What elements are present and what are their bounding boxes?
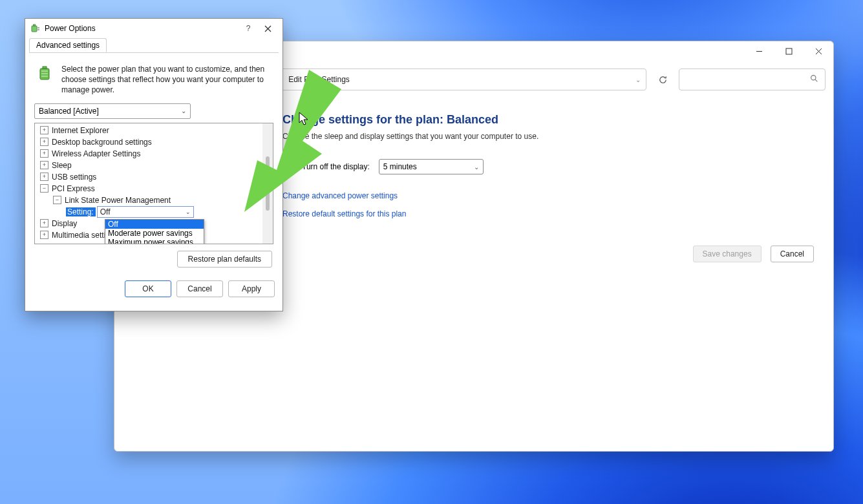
expand-icon[interactable]: + [40,231,48,239]
tab-advanced-settings[interactable]: Advanced settings [29,38,107,52]
tree-item-link-state[interactable]: −Link State Power Management [35,194,273,206]
expand-icon[interactable]: + [40,219,48,227]
display-timeout-value: 5 minutes [383,162,417,171]
power-plan-value: Balanced [Active] [39,107,99,116]
display-timeout-row: Turn off the display: 5 minutes ⌄ [282,159,807,174]
help-button[interactable]: ? [239,21,258,36]
svg-point-4 [811,76,816,80]
cancel-button[interactable]: Cancel [771,246,814,262]
tree-item-internet-explorer[interactable]: +Internet Explorer [35,125,273,136]
svg-rect-12 [40,68,49,79]
tab-underline [29,52,279,54]
battery-plug-icon [30,23,41,34]
tree-item-usb[interactable]: +USB settings [35,171,273,183]
dropdown-option-off[interactable]: Off [105,220,204,229]
breadcrumb-item-edit-plan[interactable]: Edit Plan Settings [288,75,350,84]
chevron-down-icon: ⌄ [186,209,191,215]
restore-defaults-row: Restore plan defaults [36,251,272,268]
svg-rect-13 [43,67,47,68]
svg-rect-9 [34,25,36,26]
dialog-content: Select the power plan that you want to c… [25,54,282,274]
setting-dropdown[interactable]: Off Moderate power savings Maximum power… [105,219,204,244]
restore-plan-defaults-button[interactable]: Restore plan defaults [177,251,272,268]
svg-marker-15 [299,112,308,125]
scrollbar-thumb[interactable] [266,156,270,211]
save-changes-button[interactable]: Save changes [693,246,762,262]
dialog-description: Select the power plan that you want to c… [61,64,271,96]
monitor-icon [282,162,293,171]
svg-rect-7 [286,169,290,171]
cursor-icon [299,112,309,126]
svg-rect-8 [32,26,37,32]
setting-value-select[interactable]: Off ⌄ [97,206,194,218]
display-timeout-label: Turn off the display: [302,162,370,171]
tree-item-pci-express[interactable]: −PCI Express [35,183,273,194]
expand-icon[interactable]: + [40,149,48,158]
tree-scrollbar[interactable] [262,123,273,244]
dialog-titlebar: Power Options ? [25,19,282,38]
battery-icon [37,64,55,82]
page-title: Change settings for the plan: Balanced [282,113,807,127]
power-options-dialog: Power Options ? Advanced settings Select… [25,18,283,311]
close-button[interactable] [804,41,833,61]
expand-icon[interactable]: + [40,126,48,134]
close-button[interactable] [258,21,277,36]
setting-label: Setting: [66,207,96,216]
collapse-icon[interactable]: − [40,184,48,193]
setting-value: Off [100,207,111,216]
svg-line-5 [815,79,817,81]
ok-button[interactable]: OK [125,280,171,297]
tree-item-setting[interactable]: Setting: Off ⌄ [35,206,273,218]
collapse-icon[interactable]: − [53,196,61,204]
dropdown-option-moderate[interactable]: Moderate power savings [105,229,204,238]
power-plan-select[interactable]: Balanced [Active] ⌄ [34,103,191,119]
svg-rect-1 [786,48,792,54]
settings-tree: +Internet Explorer +Desktop background s… [34,123,273,244]
dropdown-option-maximum[interactable]: Maximum power savings [105,238,204,244]
expand-icon[interactable]: + [40,173,48,181]
refresh-button[interactable] [652,69,674,90]
search-input[interactable] [679,68,826,90]
dialog-title: Power Options [45,24,239,33]
dialog-tabs: Advanced settings [25,38,282,54]
chevron-down-icon: ⌄ [474,163,479,171]
page-subtitle: Choose the sleep and display settings th… [282,132,807,141]
svg-rect-6 [283,163,292,169]
chevron-down-icon[interactable]: ⌄ [635,76,641,83]
display-timeout-select[interactable]: 5 minutes ⌄ [379,159,484,174]
search-icon [810,74,818,85]
link-restore-defaults[interactable]: Restore default settings for this plan [282,209,807,218]
maximize-button[interactable] [774,41,804,61]
cancel-button[interactable]: Cancel [176,280,223,297]
dialog-footer: OK Cancel Apply [25,274,282,304]
expand-icon[interactable]: + [40,161,48,169]
link-change-advanced[interactable]: Change advanced power settings [282,191,807,200]
apply-button[interactable]: Apply [228,280,275,297]
tree-item-desktop-background[interactable]: +Desktop background settings [35,136,273,148]
chevron-down-icon: ⌄ [181,107,186,114]
control-panel-buttons: Save changes Cancel [693,246,814,262]
tree-item-wireless-adapter[interactable]: +Wireless Adapter Settings [35,148,273,160]
minimize-button[interactable] [744,41,774,61]
expand-icon[interactable]: + [40,138,48,146]
tree-item-sleep[interactable]: +Sleep [35,160,273,171]
